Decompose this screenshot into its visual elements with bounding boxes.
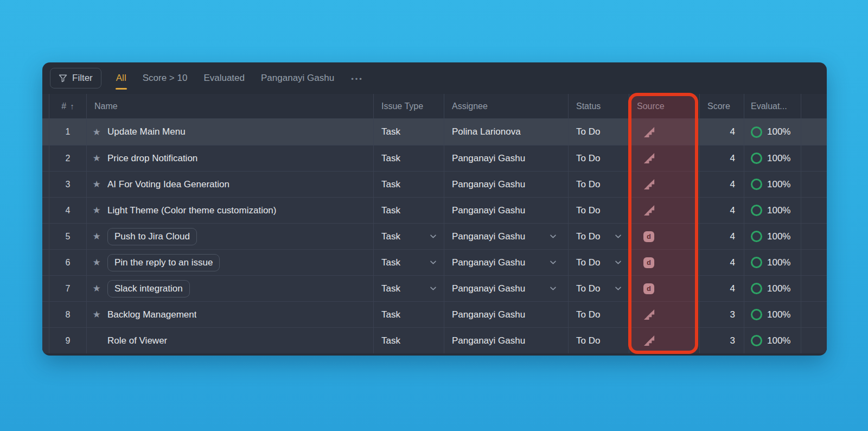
status-cell[interactable]: To Do xyxy=(569,198,629,223)
assignee-cell[interactable]: Panganayi Gashu xyxy=(444,198,569,223)
chevron-down-icon[interactable] xyxy=(615,234,621,238)
progress-ring-icon xyxy=(751,231,762,242)
issue-type-cell[interactable]: Task xyxy=(374,302,444,327)
star-icon[interactable]: ★ xyxy=(91,231,102,242)
table-row[interactable]: 1 ★ Update Main Menu Task Polina Lariono… xyxy=(42,119,827,145)
row-number-cell: 6 xyxy=(49,250,87,275)
jira-icon xyxy=(643,204,655,217)
assignee-cell[interactable]: Polina Larionova xyxy=(444,119,569,145)
task-name[interactable]: AI For Voting Idea Generation xyxy=(107,179,229,190)
status-cell[interactable]: To Do xyxy=(569,172,629,197)
issue-type-cell[interactable]: Task xyxy=(374,250,444,275)
chevron-down-icon[interactable] xyxy=(550,261,556,264)
issue-type-value: Task xyxy=(381,335,400,346)
assignee-cell[interactable]: Panganayi Gashu xyxy=(444,302,569,327)
star-icon[interactable]: ★ xyxy=(91,309,102,320)
column-header-number[interactable]: # ↑ xyxy=(49,94,87,118)
task-name[interactable]: Backlog Management xyxy=(107,309,196,320)
status-cell[interactable]: To Do xyxy=(569,224,629,249)
issue-type-cell[interactable]: Task xyxy=(374,224,444,249)
progress-ring-icon xyxy=(751,126,762,138)
table-row[interactable]: 7 ★ Slack integration Task Panganayi Gas… xyxy=(42,275,827,301)
filter-tab[interactable]: Evaluated xyxy=(203,71,245,86)
column-header-source[interactable]: Source xyxy=(629,94,700,118)
assignee-value: Panganayi Gashu xyxy=(452,283,525,294)
star-icon[interactable]: ★ xyxy=(91,179,102,190)
assignee-cell[interactable]: Panganayi Gashu xyxy=(444,172,569,197)
table-row[interactable]: 9 ★ Role of Viewer Task Panganayi Gashu … xyxy=(42,327,827,353)
filter-button-label: Filter xyxy=(72,73,93,84)
status-cell[interactable]: To Do xyxy=(569,250,629,275)
assignee-cell[interactable]: Panganayi Gashu xyxy=(444,145,569,171)
issue-type-cell[interactable]: Task xyxy=(374,145,444,171)
name-cell: ★ Pin the reply to an issue xyxy=(87,250,374,275)
chevron-down-icon[interactable] xyxy=(430,287,436,290)
evaluated-cell: 100% xyxy=(744,276,801,301)
issue-type-cell[interactable]: Task xyxy=(374,172,444,197)
task-name[interactable]: Push to Jira Cloud xyxy=(107,228,197,245)
task-name[interactable]: Price drop Notification xyxy=(107,153,197,164)
star-icon[interactable]: ★ xyxy=(91,153,102,164)
more-options-icon[interactable]: ••• xyxy=(351,74,363,83)
status-cell[interactable]: To Do xyxy=(569,145,629,171)
column-header-assignee[interactable]: Assignee xyxy=(444,94,569,118)
table-row[interactable]: 8 ★ Backlog Management Task Panganayi Ga… xyxy=(42,301,827,327)
table-row[interactable]: 6 ★ Pin the reply to an issue Task Panga… xyxy=(42,249,827,275)
issue-type-cell[interactable]: Task xyxy=(374,328,444,353)
score-cell: 3 xyxy=(700,302,744,327)
task-name[interactable]: Light Theme (Color theme customization) xyxy=(107,205,277,216)
issue-type-cell[interactable]: Task xyxy=(374,276,444,301)
source-cell: d xyxy=(629,328,700,353)
chevron-down-icon[interactable] xyxy=(615,261,621,264)
assignee-cell[interactable]: Panganayi Gashu xyxy=(444,276,569,301)
table-row[interactable]: 2 ★ Price drop Notification Task Pangana… xyxy=(42,145,827,171)
issue-type-cell[interactable]: Task xyxy=(374,119,444,145)
column-header-status[interactable]: Status xyxy=(569,94,629,118)
assignee-cell[interactable]: Panganayi Gashu xyxy=(444,328,569,353)
evaluated-cell: 100% xyxy=(744,172,801,197)
star-icon[interactable]: ★ xyxy=(91,126,102,138)
status-value: To Do xyxy=(576,153,600,164)
column-header-evaluated[interactable]: Evaluat... xyxy=(744,94,801,118)
chevron-down-icon[interactable] xyxy=(615,287,621,290)
assignee-cell[interactable]: Panganayi Gashu xyxy=(444,224,569,249)
column-header-name[interactable]: Name xyxy=(87,94,374,118)
filter-button[interactable]: Filter xyxy=(50,68,101,88)
score-cell: 4 xyxy=(700,250,744,275)
column-header-score[interactable]: Score xyxy=(700,94,744,118)
chevron-down-icon[interactable] xyxy=(430,261,436,264)
table-row[interactable]: 3 ★ AI For Voting Idea Generation Task P… xyxy=(42,171,827,197)
status-cell[interactable]: To Do xyxy=(569,119,629,145)
chevron-down-icon[interactable] xyxy=(550,287,556,290)
score-value: 4 xyxy=(730,205,735,216)
jira-icon xyxy=(643,126,655,138)
issue-type-cell[interactable]: Task xyxy=(374,198,444,223)
status-value: To Do xyxy=(576,283,600,294)
task-name[interactable]: Slack integration xyxy=(107,280,190,297)
progress-ring-icon xyxy=(751,335,762,346)
assignee-cell[interactable]: Panganayi Gashu xyxy=(444,250,569,275)
status-cell[interactable]: To Do xyxy=(569,302,629,327)
status-cell[interactable]: To Do xyxy=(569,276,629,301)
star-icon[interactable]: ★ xyxy=(91,283,102,294)
assignee-value: Polina Larionova xyxy=(452,126,521,137)
filter-tab[interactable]: All xyxy=(116,71,127,86)
star-icon[interactable]: ★ xyxy=(91,257,102,268)
progress-ring-icon xyxy=(751,153,762,164)
column-header-issue-type[interactable]: Issue Type xyxy=(374,94,444,118)
status-cell[interactable]: To Do xyxy=(569,328,629,353)
filter-tab[interactable]: Panganayi Gashu xyxy=(260,71,335,86)
table-row[interactable]: 5 ★ Push to Jira Cloud Task Panganayi Ga… xyxy=(42,223,827,249)
star-icon[interactable]: ★ xyxy=(91,205,102,216)
filter-tab[interactable]: Score > 10 xyxy=(142,71,188,86)
task-name[interactable]: Role of Viewer xyxy=(107,335,167,346)
chevron-down-icon[interactable] xyxy=(550,234,556,238)
task-name[interactable]: Pin the reply to an issue xyxy=(107,254,220,271)
task-name[interactable]: Update Main Menu xyxy=(107,126,186,137)
table-row[interactable]: 4 ★ Light Theme (Color theme customizati… xyxy=(42,197,827,223)
row-number-cell: 5 xyxy=(49,224,87,249)
evaluated-cell: 100% xyxy=(744,302,801,327)
row-number: 1 xyxy=(66,127,71,137)
score-value: 3 xyxy=(730,309,735,320)
chevron-down-icon[interactable] xyxy=(430,234,436,238)
